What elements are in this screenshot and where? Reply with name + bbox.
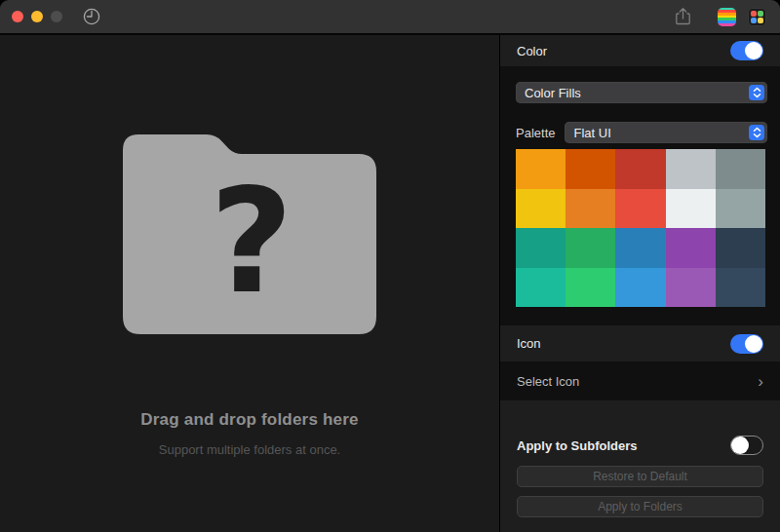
titlebar: [0, 0, 780, 35]
palette-label: Palette: [516, 126, 555, 140]
dropdown-stepper-icon: [749, 85, 764, 100]
palette-value: Flat UI: [573, 126, 749, 140]
close-button[interactable]: [12, 11, 23, 22]
color-style-value: Color Fills: [525, 86, 749, 100]
palette-swatch[interactable]: [716, 268, 765, 308]
icon-toggle[interactable]: [730, 334, 763, 354]
palette-swatch[interactable]: [566, 189, 615, 229]
palette-swatch[interactable]: [666, 189, 716, 229]
restore-default-button[interactable]: Restore to Default: [517, 466, 763, 487]
palette-swatch[interactable]: [666, 228, 716, 268]
dropdown-stepper-icon: [749, 125, 764, 140]
palette-swatch[interactable]: [516, 189, 566, 229]
zoom-button: [51, 11, 62, 22]
subfolders-label: Apply to Subfolders: [517, 438, 638, 453]
palette-swatch[interactable]: [716, 228, 765, 268]
share-icon[interactable]: [675, 7, 691, 26]
apply-section: Apply to Subfolders Restore to Default A…: [500, 400, 780, 532]
palette-swatch[interactable]: [516, 268, 566, 308]
palette-swatch-grid: [516, 149, 765, 307]
window-content: ? Drag and drop folders here Support mul…: [0, 35, 780, 532]
palette-dropdown[interactable]: Flat UI: [565, 122, 767, 143]
subfolders-row: Apply to Subfolders: [517, 434, 763, 457]
grid-cell: [751, 11, 757, 17]
select-icon-label: Select Icon: [517, 374, 579, 389]
palette-swatch[interactable]: [516, 228, 566, 268]
drop-zone[interactable]: ? Drag and drop folders here Support mul…: [0, 35, 499, 532]
grid-cell: [758, 18, 763, 23]
clock-icon: [83, 8, 100, 25]
color-toggle[interactable]: [730, 41, 763, 60]
apply-folders-button[interactable]: Apply to Folders: [517, 496, 763, 517]
question-mark-glyph: ?: [210, 158, 293, 325]
icon-section-label: Icon: [517, 336, 541, 351]
dropzone-title: Drag and drop folders here: [140, 410, 358, 430]
palette-row: Palette Flat UI: [516, 122, 767, 143]
icon-section-header: Icon: [500, 325, 780, 361]
traffic-lights: [12, 11, 62, 22]
chevron-right-icon: ›: [758, 373, 763, 390]
folder-placeholder-icon: ?: [123, 134, 376, 334]
palette-swatch[interactable]: [666, 149, 716, 189]
grid-cell: [758, 11, 763, 17]
palette-swatch[interactable]: [615, 228, 665, 268]
app-window: ? Drag and drop folders here Support mul…: [0, 0, 780, 532]
palette-swatch[interactable]: [716, 189, 765, 229]
sidebar: Color Color Fills Palette: [499, 35, 780, 532]
color-section-content: Color Fills Palette Flat UI: [500, 66, 780, 325]
color-grid-icon[interactable]: [748, 8, 766, 26]
toolbar: [675, 7, 780, 26]
palette-swatch[interactable]: [615, 149, 665, 189]
color-toggle-knob: [745, 42, 762, 59]
color-section-label: Color: [517, 44, 547, 58]
color-style-dropdown[interactable]: Color Fills: [516, 82, 767, 103]
minimize-button[interactable]: [31, 11, 43, 22]
select-icon-row[interactable]: Select Icon ›: [500, 361, 780, 400]
dropzone-subtitle: Support multiple folders at once.: [159, 442, 340, 457]
palette-swatch[interactable]: [716, 149, 765, 189]
palette-swatch[interactable]: [615, 189, 665, 229]
subfolders-toggle-knob: [731, 437, 749, 454]
color-section-header: Color: [500, 35, 780, 66]
palette-swatch[interactable]: [566, 228, 615, 268]
palette-swatch[interactable]: [516, 149, 566, 189]
palette-swatch[interactable]: [666, 268, 716, 308]
palette-swatch[interactable]: [615, 268, 665, 308]
palette-swatch[interactable]: [566, 268, 615, 308]
subfolders-toggle[interactable]: [730, 436, 763, 455]
icon-toggle-knob: [745, 335, 762, 353]
palette-stripes-icon[interactable]: [718, 8, 736, 26]
stripe: [718, 23, 736, 26]
palette-swatch[interactable]: [566, 149, 615, 189]
grid-cell: [751, 18, 757, 23]
